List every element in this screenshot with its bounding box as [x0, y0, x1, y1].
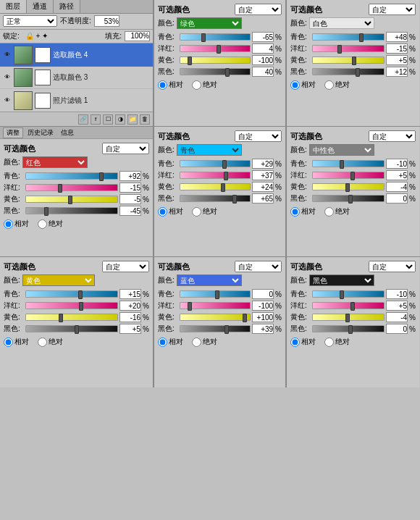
trash-icon-btn[interactable]: 🗑 [140, 114, 150, 125]
panel-mr-color-select[interactable]: 中性色 [309, 144, 374, 156]
track-mm-yellow[interactable] [180, 183, 251, 190]
radio-tr-absolute[interactable]: 绝对 [324, 80, 350, 90]
thumb-mr-black[interactable] [348, 195, 353, 204]
val-bm-black[interactable] [252, 324, 274, 334]
val-tm-cyan[interactable] [252, 32, 274, 42]
track-mr-cyan[interactable] [312, 160, 385, 167]
radio-bm-relative[interactable]: 相对 [158, 337, 183, 347]
radio-ml-absolute[interactable]: 绝对 [38, 219, 63, 229]
track-ml-cyan[interactable] [25, 172, 118, 180]
val-bm-cyan[interactable] [252, 289, 274, 299]
val-mr-black[interactable] [386, 193, 408, 204]
tab-layers[interactable]: 图层 [0, 0, 27, 13]
val-tm-yellow[interactable] [252, 55, 274, 65]
panel-bl-preset[interactable]: 自定 [102, 261, 149, 272]
panel-bm-color-select[interactable]: 蓝色 [177, 274, 242, 286]
thumb-bl-black[interactable] [75, 325, 79, 334]
val-ml-yellow[interactable] [119, 194, 141, 204]
mask-icon-btn[interactable]: ☐ [103, 114, 113, 125]
thumb-ml-cyan[interactable] [99, 172, 104, 181]
thumb-tm-black[interactable] [225, 68, 230, 77]
track-tr-black[interactable] [312, 68, 385, 75]
thumb-bl-yellow[interactable] [59, 314, 63, 322]
panel-ml-preset[interactable]: 自定 [102, 143, 149, 154]
val-mm-magenta[interactable] [252, 170, 274, 180]
tab-paths[interactable]: 路径 [54, 0, 80, 13]
layer-item-3[interactable]: 👁 照片滤镜 1 [0, 89, 153, 112]
val-tm-black[interactable] [252, 67, 274, 77]
val-mm-black[interactable] [252, 193, 274, 204]
thumb-br-cyan[interactable] [340, 290, 344, 299]
val-mm-yellow[interactable] [252, 182, 274, 192]
track-tr-cyan[interactable] [312, 33, 385, 41]
radio-bl-absolute[interactable]: 绝对 [38, 337, 63, 347]
thumb-mr-yellow[interactable] [345, 183, 350, 192]
track-bm-yellow[interactable] [180, 314, 251, 321]
thumb-mm-magenta[interactable] [224, 172, 228, 180]
track-tr-yellow[interactable] [312, 56, 385, 64]
track-bl-yellow[interactable] [25, 314, 118, 321]
track-tm-black[interactable] [180, 68, 251, 75]
val-tm-magenta[interactable] [252, 43, 274, 54]
track-br-black[interactable] [312, 325, 385, 332]
track-tm-magenta[interactable] [180, 45, 251, 52]
val-mr-yellow[interactable] [386, 182, 408, 192]
radio-mr-relative[interactable]: 相对 [290, 206, 316, 217]
opacity-input[interactable] [94, 15, 119, 27]
radio-br-relative[interactable]: 相对 [290, 337, 316, 347]
track-ml-yellow[interactable] [25, 196, 118, 203]
radio-mr-absolute[interactable]: 绝对 [324, 206, 350, 217]
track-bl-magenta[interactable] [25, 302, 118, 309]
mini-tab-info[interactable]: 信息 [58, 128, 77, 138]
val-bl-black[interactable] [119, 324, 141, 334]
track-mm-black[interactable] [180, 195, 251, 202]
fill-input[interactable] [125, 31, 150, 41]
val-mm-cyan[interactable] [252, 159, 274, 169]
thumb-mm-yellow[interactable] [221, 183, 225, 192]
track-bm-magenta[interactable] [180, 302, 251, 309]
panel-tm-preset[interactable]: 自定 [235, 4, 282, 15]
mini-tab-adjust[interactable]: 调整 [3, 127, 23, 138]
val-br-magenta[interactable] [386, 301, 408, 311]
thumb-tr-yellow[interactable] [352, 56, 356, 65]
thumb-ml-magenta[interactable] [58, 184, 62, 193]
track-br-yellow[interactable] [312, 314, 385, 321]
thumb-mr-magenta[interactable] [350, 172, 355, 180]
val-bl-cyan[interactable] [119, 289, 141, 299]
panel-bm-preset[interactable]: 自定 [235, 261, 282, 272]
thumb-br-yellow[interactable] [345, 314, 350, 322]
track-mr-black[interactable] [312, 195, 385, 202]
val-br-cyan[interactable] [386, 289, 408, 299]
radio-tm-absolute[interactable]: 绝对 [192, 80, 217, 90]
panel-ml-color-select[interactable]: 红色 [22, 156, 88, 168]
radio-mm-relative[interactable]: 相对 [158, 206, 183, 217]
track-tm-cyan[interactable] [180, 33, 251, 41]
val-mr-cyan[interactable] [386, 159, 408, 169]
track-bl-cyan[interactable] [25, 290, 118, 298]
val-tr-cyan[interactable] [386, 32, 408, 42]
thumb-bl-magenta[interactable] [79, 302, 83, 311]
thumb-bm-cyan[interactable] [215, 290, 219, 299]
thumb-mm-black[interactable] [232, 195, 237, 204]
track-ml-magenta[interactable] [25, 184, 118, 191]
thumb-ml-yellow[interactable] [68, 196, 72, 204]
thumb-bm-yellow[interactable] [243, 314, 247, 322]
panel-tm-color-select[interactable]: 绿色 [177, 17, 242, 29]
adjust-icon-btn[interactable]: ◑ [115, 114, 125, 125]
panel-mr-preset[interactable]: 自定 [369, 130, 416, 142]
val-tr-yellow[interactable] [386, 55, 408, 65]
radio-tr-relative[interactable]: 相对 [290, 80, 316, 90]
val-bl-yellow[interactable] [119, 312, 141, 322]
blend-mode-select[interactable]: 正常 [3, 15, 57, 27]
thumb-bm-magenta[interactable] [188, 302, 192, 311]
radio-bm-absolute[interactable]: 绝对 [192, 337, 217, 347]
thumb-tr-magenta[interactable] [337, 45, 342, 54]
thumb-tm-yellow[interactable] [188, 56, 192, 65]
folder-icon-btn[interactable]: 📁 [127, 114, 138, 125]
thumb-mm-cyan[interactable] [222, 160, 227, 169]
panel-tr-preset[interactable]: 自定 [369, 4, 416, 15]
track-mr-yellow[interactable] [312, 183, 385, 190]
val-ml-cyan[interactable] [119, 171, 141, 181]
track-bl-black[interactable] [25, 325, 118, 332]
track-bm-black[interactable] [180, 325, 251, 332]
